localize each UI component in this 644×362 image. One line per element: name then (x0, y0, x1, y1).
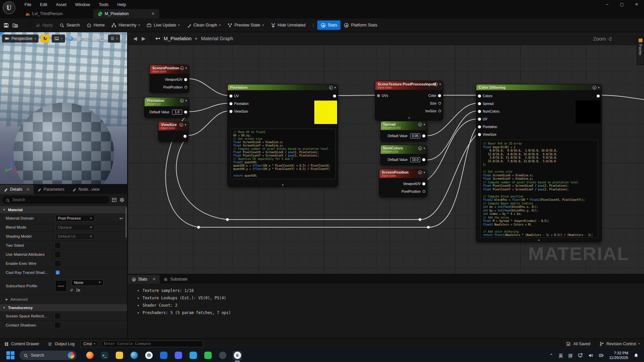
close-icon[interactable]: ✕ (26, 187, 30, 192)
pin-out-output[interactable] (422, 134, 425, 137)
live-update-button[interactable]: Live Update▾ (143, 20, 183, 29)
section-translucency[interactable]: ▼Translucency (0, 304, 127, 312)
node-preview-toggle-icon[interactable]: ▸ (180, 99, 184, 103)
menu-edit[interactable]: Edit (36, 1, 51, 8)
taskbar-app-file-explorer[interactable] (115, 351, 124, 360)
node-header[interactable]: ViewSizeInput Data▸▾ (159, 122, 188, 130)
display-filter-icon[interactable] (112, 197, 117, 203)
menu-tools[interactable]: Tools (95, 1, 112, 8)
viewport-options-menu[interactable]: ☰ ▾ (108, 35, 120, 43)
taskbar-app-discord[interactable] (174, 351, 183, 360)
chevron-down-icon[interactable]: ▾ (185, 67, 187, 70)
menu-window[interactable]: Window (71, 1, 94, 8)
pin-ViewportUV-output[interactable] (422, 182, 425, 185)
home-button[interactable]: Home (83, 20, 108, 29)
taskbar-app-edge[interactable] (129, 351, 139, 360)
ime-mode-button[interactable]: 拼 (568, 352, 573, 359)
node-numcolors[interactable]: NumColorsParam (10)▸▾Default Value10.0 (380, 145, 427, 165)
node-header[interactable]: Pixelation▸▾ (228, 84, 338, 90)
menu-help[interactable]: Help (114, 1, 130, 8)
cmd-dropdown[interactable]: Cmd▾ (80, 341, 98, 347)
stats-button[interactable]: Stats (317, 20, 341, 29)
node-preview-toggle-icon[interactable]: ▸ (179, 123, 183, 127)
save-button[interactable] (3, 22, 9, 28)
node-collapse-icon[interactable]: ▴ (282, 183, 284, 186)
hide-unrelated-button[interactable]: Hide Unrelated (267, 20, 309, 29)
taskbar-app-mail[interactable] (189, 351, 198, 360)
network-icon[interactable] (578, 352, 583, 358)
node-header[interactable]: ScreenPositionInput Data▸▾ (379, 169, 427, 178)
console-command-input[interactable] (101, 341, 203, 347)
perspective-dropdown[interactable]: Perspective ▾ (2, 35, 39, 43)
tab-level[interactable]: Lvl_ThirdPerson (21, 9, 67, 18)
pin-ViewSize-input[interactable] (229, 110, 232, 113)
pin-Pixelation-input[interactable] (478, 125, 481, 128)
tray-expand-icon[interactable]: ⌃ (549, 353, 553, 358)
checkbox[interactable] (55, 323, 60, 327)
pin-PixelPosition-output[interactable] (423, 190, 425, 193)
node-preview-toggle-icon[interactable]: ▸ (434, 82, 438, 86)
section-material[interactable]: ▼Material (0, 206, 127, 214)
browse-to-asset-icon[interactable] (76, 287, 80, 293)
pin-Spread-input[interactable] (478, 102, 481, 105)
menu-file[interactable]: File (21, 1, 35, 8)
chevron-down-icon[interactable]: ▾ (185, 99, 187, 102)
material-graph-canvas[interactable]: ◀ ▶ M_Pixelation ➤ Material Graph Zoom -… (127, 32, 644, 274)
palette-side-tab[interactable]: Palette (637, 37, 644, 65)
details-search-input[interactable] (3, 196, 109, 203)
pin-UV-input[interactable] (229, 95, 232, 98)
pin-out-output[interactable] (422, 158, 425, 161)
minimize-button[interactable]: – (600, 0, 614, 9)
toolbar-overflow-icon[interactable]: ⋮ (309, 23, 317, 28)
maximize-button[interactable]: ▢ (614, 0, 629, 9)
node-screenposition-1[interactable]: ScreenPositionInput Data▸▾ViewportUVPixe… (150, 65, 189, 93)
node-pixelation-param[interactable]: PixelationParam (1)▸▾Default Value1.0 (144, 97, 189, 118)
tab-material[interactable]: M_Pixelation ✕ (93, 9, 159, 18)
node-collapse-icon[interactable]: ▾ (408, 116, 410, 120)
shape-cone-button[interactable] (84, 37, 89, 41)
chevron-down-icon[interactable]: ▾ (334, 86, 336, 89)
node-header[interactable]: Color Dithering▸▾ (476, 84, 601, 90)
node-preview-toggle-icon[interactable]: ▸ (180, 66, 184, 70)
advanced-expander[interactable]: ▶Advanced (0, 295, 127, 304)
platform-stats-button[interactable]: Platform Stats (340, 20, 381, 29)
notification-bell-icon[interactable] (634, 352, 639, 358)
content-drawer-button[interactable]: Content Drawer (0, 339, 44, 349)
node-screenposition-2[interactable]: ScreenPositionInput Data▸▾ViewportUVPixe… (379, 169, 427, 197)
volume-icon[interactable] (588, 352, 593, 358)
ime-language-button[interactable]: 英 (558, 352, 563, 359)
node-preview-toggle-icon[interactable]: ▸ (418, 171, 422, 174)
realtime-toggle-button[interactable]: ↻ (41, 35, 50, 43)
pin-Color-output[interactable] (438, 94, 441, 97)
asset-thumbnail[interactable]: None (55, 280, 67, 292)
menu-asset[interactable]: Asset (52, 1, 70, 8)
asset-dropdown[interactable]: None▼ (71, 279, 104, 286)
checkbox[interactable] (55, 261, 60, 266)
pin-ViewSize-input[interactable] (478, 133, 481, 136)
taskbar-app-unreal[interactable]: U (233, 351, 242, 360)
details-scrollbar[interactable] (125, 207, 127, 238)
taskbar-app-steam[interactable] (218, 351, 227, 360)
node-color-dithering[interactable]: Color Dithering▸▾ColorsSpreadNumColorsUV… (476, 84, 602, 242)
all-saved-button[interactable]: All Saved (562, 339, 595, 349)
shape-custom-button[interactable] (100, 36, 105, 41)
node-preview-toggle-icon[interactable]: ▸ (593, 86, 596, 89)
details-tab-nodeview[interactable]: Node...view (68, 185, 104, 194)
default-value-input[interactable]: 0.05 (410, 133, 420, 138)
tab-close-icon[interactable]: ✕ (151, 11, 155, 16)
node-header[interactable]: NumColorsParam (10)▸▾ (381, 145, 427, 154)
revert-icon[interactable]: ↩ (119, 216, 123, 221)
clock[interactable]: 7:32 PM 11/29/2025 (609, 351, 628, 360)
node-preview-toggle-icon[interactable]: ▸ (418, 146, 422, 150)
apply-button[interactable]: Apply (32, 20, 56, 29)
details-tab-parameters[interactable]: Parameters (34, 185, 68, 194)
taskbar-search[interactable]: Search (19, 351, 76, 360)
pin-out-output[interactable] (333, 95, 336, 98)
nav-forward-icon[interactable]: ▶ (142, 36, 146, 42)
chevron-down-icon[interactable]: ▾ (185, 123, 186, 126)
taskbar-app-terminal[interactable]: >_ (100, 351, 109, 360)
output-log-button[interactable]: Output Log (44, 339, 79, 349)
node-preview-toggle-icon[interactable]: ▸ (329, 86, 333, 89)
property-dropdown[interactable]: Post Process▼ (55, 215, 95, 222)
preview-viewport[interactable]: Perspective ▾ ↻ ▾ ☰ ▾ z y x (0, 32, 127, 184)
